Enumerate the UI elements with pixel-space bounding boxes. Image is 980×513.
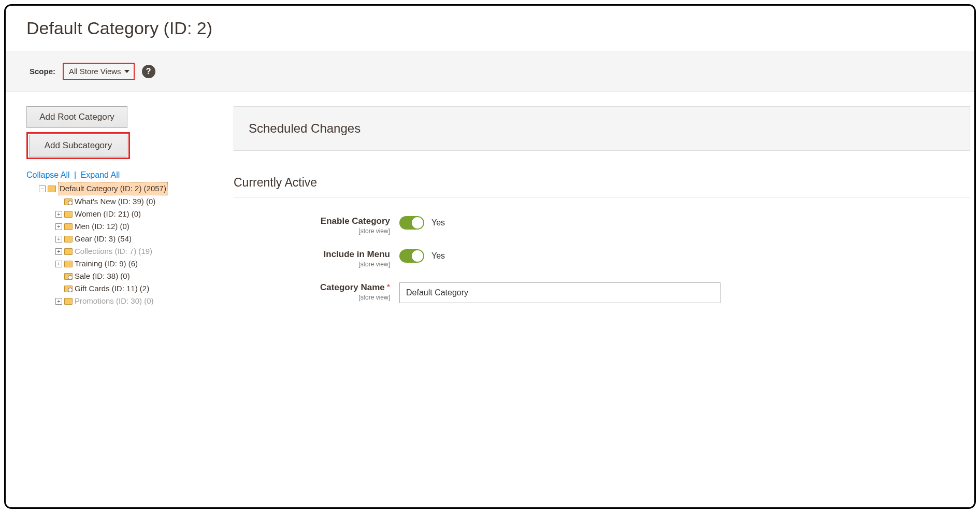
required-star-icon: * (387, 283, 390, 292)
category-tree: − Default Category (ID: 2) (2057) What's… (26, 182, 213, 307)
tree-toggle-icon (55, 198, 62, 205)
add-subcategory-button[interactable]: Add Subcategory (29, 135, 127, 156)
tree-label[interactable]: What's New (ID: 39) (0) (75, 195, 155, 208)
form-row-category-name: Category Name* [store view] (234, 282, 970, 303)
highlight-add-subcategory: Add Subcategory (26, 132, 130, 159)
enable-category-scope: [store view] (234, 227, 390, 235)
tree-label[interactable]: Sale (ID: 38) (0) (75, 270, 130, 282)
form-row-enable-category: Enable Category [store view] Yes (234, 216, 970, 235)
folder-lens-icon (64, 273, 73, 280)
collapse-all-link[interactable]: Collapse All (26, 170, 70, 179)
folder-lens-icon (64, 286, 73, 292)
app-frame: Default Category (ID: 2) Scope: All Stor… (4, 4, 976, 509)
tree-node[interactable]: +Promotions (ID: 30) (0) (55, 295, 213, 307)
tree-label[interactable]: Collections (ID: 7) (19) (75, 245, 152, 258)
tree-toggle-icon[interactable]: + (55, 261, 62, 267)
tree-label[interactable]: Gear (ID: 3) (54) (75, 233, 132, 245)
tree-label[interactable]: Women (ID: 21) (0) (75, 208, 141, 220)
main-content: Scheduled Changes Currently Active Enabl… (234, 106, 974, 318)
tree-node[interactable]: +Gear (ID: 3) (54) (55, 233, 213, 245)
enable-category-label: Enable Category (321, 216, 390, 226)
enable-category-value: Yes (431, 218, 445, 227)
folder-lens-icon (64, 198, 73, 205)
tree-toggle-icon[interactable]: + (55, 211, 62, 218)
folder-icon (64, 223, 73, 230)
page-title: Default Category (ID: 2) (26, 18, 974, 38)
folder-icon (64, 261, 73, 267)
expand-all-link[interactable]: Expand All (81, 170, 120, 179)
tree-node[interactable]: Gift Cards (ID: 11) (2) (55, 282, 213, 295)
folder-icon (48, 186, 56, 192)
category-name-scope: [store view] (234, 294, 390, 301)
help-icon[interactable]: ? (142, 65, 155, 78)
caret-down-icon (124, 70, 129, 73)
include-in-menu-scope: [store view] (234, 261, 390, 268)
scope-label: Scope: (30, 67, 55, 76)
add-root-category-button[interactable]: Add Root Category (26, 106, 127, 128)
category-name-input[interactable] (399, 282, 720, 303)
tree-toggle-icon (55, 273, 62, 280)
separator: | (74, 170, 76, 179)
tree-node[interactable]: What's New (ID: 39) (0) (55, 195, 213, 208)
scheduled-changes-panel[interactable]: Scheduled Changes (234, 106, 970, 151)
tree-node[interactable]: Sale (ID: 38) (0) (55, 270, 213, 282)
tree-node[interactable]: +Training (ID: 9) (6) (55, 258, 213, 270)
scope-select[interactable]: All Store Views (63, 63, 135, 80)
category-name-label: Category Name (320, 282, 385, 292)
tree-toggle-icon[interactable]: + (55, 236, 62, 243)
tree-controls: Collapse All | Expand All (26, 170, 213, 180)
form-row-include-in-menu: Include in Menu [store view] Yes (234, 249, 970, 268)
tree-node-root[interactable]: − Default Category (ID: 2) (2057) (39, 182, 213, 195)
scope-bar: Scope: All Store Views ? (6, 51, 974, 92)
tree-label-root[interactable]: Default Category (ID: 2) (2057) (58, 182, 168, 195)
folder-icon (64, 248, 73, 255)
tree-label[interactable]: Promotions (ID: 30) (0) (75, 295, 154, 307)
tree-node[interactable]: +Men (ID: 12) (0) (55, 220, 213, 233)
enable-category-toggle[interactable] (399, 216, 424, 230)
tree-label[interactable]: Training (ID: 9) (6) (75, 258, 138, 270)
folder-icon (64, 298, 73, 305)
tree-toggle-icon[interactable]: + (55, 223, 62, 230)
tree-label[interactable]: Men (ID: 12) (0) (75, 220, 129, 233)
tree-node[interactable]: +Women (ID: 21) (0) (55, 208, 213, 220)
tree-label[interactable]: Gift Cards (ID: 11) (2) (75, 282, 149, 295)
tree-toggle-icon[interactable]: − (39, 186, 46, 192)
include-in-menu-toggle[interactable] (399, 249, 424, 263)
include-in-menu-label: Include in Menu (324, 249, 390, 259)
tree-toggle-icon[interactable]: + (55, 298, 62, 305)
folder-icon (64, 211, 73, 218)
currently-active-heading: Currently Active (234, 176, 970, 197)
scope-select-value: All Store Views (69, 67, 121, 76)
sidebar: Add Root Category Add Subcategory Collap… (26, 106, 213, 307)
tree-node[interactable]: +Collections (ID: 7) (19) (55, 245, 213, 258)
folder-icon (64, 236, 73, 243)
tree-toggle-icon[interactable]: + (55, 248, 62, 255)
include-in-menu-value: Yes (431, 251, 445, 261)
tree-toggle-icon (55, 286, 62, 292)
